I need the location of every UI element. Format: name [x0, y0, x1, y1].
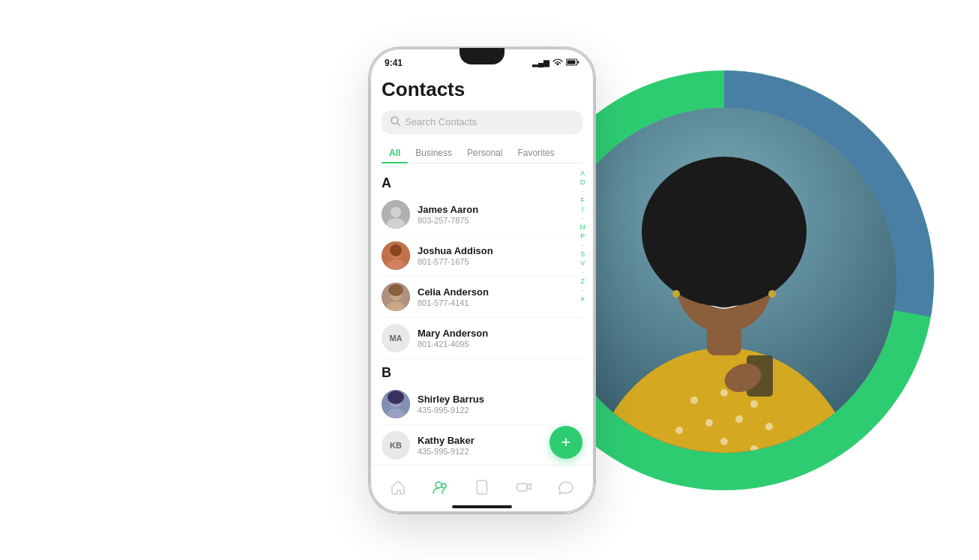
video-icon — [516, 479, 532, 499]
svg-point-23 — [669, 177, 711, 219]
svg-point-56 — [481, 491, 483, 493]
svg-point-24 — [737, 177, 779, 219]
search-placeholder: Search Contacts — [405, 116, 477, 127]
svg-point-6 — [705, 419, 713, 427]
avatar-joshua-addison — [382, 241, 410, 270]
search-icon — [391, 116, 400, 128]
avatar-mary-anderson: MA — [382, 324, 410, 352]
svg-point-26 — [768, 290, 776, 298]
contact-mary-anderson[interactable]: MA Mary Anderson 801-421-4095 — [382, 318, 582, 359]
tab-business[interactable]: Business — [408, 143, 460, 163]
avatar-shirley-barrus — [382, 390, 410, 418]
contact-info-joshua-addison: Joshua Addison 801-577-1675 — [418, 245, 582, 266]
svg-point-45 — [388, 284, 403, 296]
svg-line-34 — [397, 123, 400, 126]
contact-james-aaron[interactable]: James Aaron 803-257-7875 — [382, 194, 582, 235]
contact-phone: 801-577-4141 — [418, 298, 582, 307]
contact-info-celia-anderson: Celia Anderson 801-577-4141 — [418, 286, 582, 307]
svg-point-5 — [750, 400, 758, 408]
home-icon — [390, 479, 406, 499]
avatar-kathy-baker: KB — [382, 431, 410, 460]
phone-notch — [460, 48, 504, 64]
contact-joshua-addison[interactable]: Joshua Addison 801-577-1675 — [382, 235, 582, 277]
svg-point-41 — [390, 244, 402, 256]
contact-name: Shirley Barrus — [418, 394, 582, 405]
tab-all[interactable]: All — [382, 143, 408, 163]
svg-point-54 — [436, 482, 442, 488]
contact-phone: 801-577-1675 — [418, 257, 582, 266]
nav-contacts[interactable] — [426, 476, 454, 502]
contact-name: Joshua Addison — [418, 245, 582, 256]
nav-video[interactable] — [510, 476, 538, 502]
battery-icon — [566, 58, 579, 67]
contact-name: Mary Anderson — [418, 328, 582, 339]
svg-rect-31 — [578, 61, 579, 63]
contact-list: A James Aaron 803-257-7875 — [382, 169, 582, 465]
svg-point-25 — [672, 290, 680, 298]
woman-illustration — [552, 108, 897, 453]
signal-icon: ▂▄▆ — [532, 58, 549, 67]
svg-point-55 — [442, 484, 446, 488]
svg-point-9 — [675, 427, 683, 434]
contacts-icon — [432, 479, 448, 499]
home-indicator — [452, 505, 512, 508]
tab-favorites[interactable]: Favorites — [510, 143, 561, 163]
svg-point-3 — [690, 397, 698, 404]
section-header-b: B — [382, 359, 582, 384]
contact-celia-anderson[interactable]: Celia Anderson 801-577-4141 — [382, 277, 582, 318]
nav-phone[interactable] — [468, 476, 496, 502]
svg-point-4 — [720, 389, 728, 397]
contact-info-mary-anderson: Mary Anderson 801-421-4095 — [418, 328, 582, 349]
status-icons: ▂▄▆ — [532, 58, 579, 68]
contact-phone: 801-421-4095 — [418, 340, 582, 349]
alphabet-index: A D · F I · M P · S V · Z · # — [580, 169, 586, 303]
contact-info-james-aaron: James Aaron 803-257-7875 — [418, 204, 582, 225]
contacts-title: Contacts — [382, 75, 582, 101]
nav-home[interactable] — [384, 476, 412, 502]
hero-photo — [552, 108, 897, 453]
tab-personal[interactable]: Personal — [460, 143, 510, 163]
contact-list-wrapper: A James Aaron 803-257-7875 — [382, 169, 582, 465]
svg-point-7 — [735, 415, 743, 423]
nav-messages[interactable] — [552, 476, 580, 502]
status-time: 9:41 — [385, 58, 403, 68]
svg-point-8 — [765, 423, 773, 430]
add-contact-fab[interactable]: + — [549, 426, 582, 459]
tabs-container: All Business Personal Favorites — [382, 143, 582, 163]
svg-point-36 — [391, 207, 401, 217]
phone-icon — [474, 479, 490, 499]
avatar-james-aaron — [382, 200, 410, 229]
messages-icon — [558, 479, 574, 499]
contact-name: Celia Anderson — [418, 286, 582, 298]
contact-phone: 803-257-7875 — [418, 216, 582, 225]
contact-shirley-barrus[interactable]: Shirley Barrus 435-995-9122 — [382, 384, 582, 425]
avatar-celia-anderson — [382, 283, 410, 311]
search-bar[interactable]: Search Contacts — [382, 110, 582, 134]
wifi-icon — [552, 58, 563, 68]
contact-info-shirley-barrus: Shirley Barrus 435-995-9122 — [418, 394, 582, 415]
phone-mockup: 9:41 ▂▄▆ Contacts Search Contacts — [370, 48, 594, 513]
svg-point-49 — [388, 391, 404, 404]
section-header-a: A — [382, 169, 582, 194]
page-container: 9:41 ▂▄▆ Contacts Search Contacts — [0, 0, 979, 560]
svg-point-10 — [720, 438, 728, 445]
svg-rect-57 — [517, 484, 527, 491]
svg-rect-32 — [567, 60, 576, 64]
svg-point-11 — [750, 445, 758, 453]
contact-name: James Aaron — [418, 204, 582, 215]
phone-content: Contacts Search Contacts All Business Pe… — [370, 75, 594, 465]
contact-phone: 435-995-9122 — [418, 406, 582, 415]
